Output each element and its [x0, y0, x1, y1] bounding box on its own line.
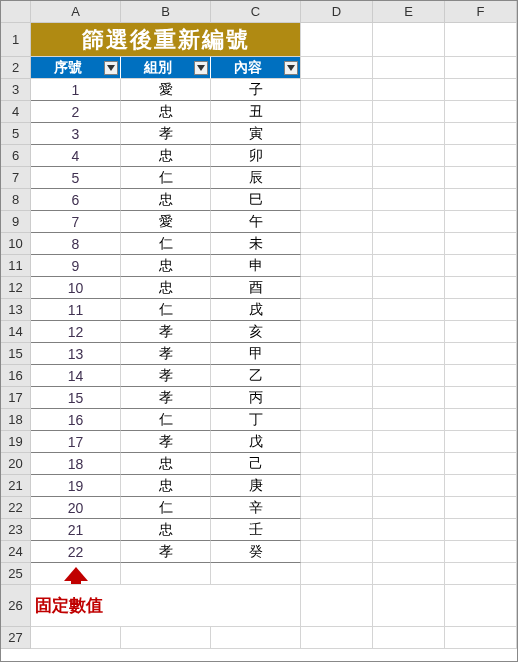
cell-6-A[interactable]: 4 [31, 145, 121, 167]
cell-5-B[interactable]: 孝 [121, 123, 211, 145]
cell-27-F[interactable] [445, 627, 517, 649]
cell-6-D[interactable] [301, 145, 373, 167]
cell-23-F[interactable] [445, 519, 517, 541]
cell-8-B[interactable]: 忠 [121, 189, 211, 211]
cell-12-D[interactable] [301, 277, 373, 299]
row-header-22[interactable]: 22 [1, 497, 31, 519]
cell-17-A[interactable]: 15 [31, 387, 121, 409]
cell-8-C[interactable]: 巳 [211, 189, 301, 211]
cell-11-D[interactable] [301, 255, 373, 277]
cell-7-B[interactable]: 仁 [121, 167, 211, 189]
row-header-18[interactable]: 18 [1, 409, 31, 431]
cell-4-D[interactable] [301, 101, 373, 123]
header-seq[interactable]: 序號 [31, 57, 121, 79]
cell-16-F[interactable] [445, 365, 517, 387]
cell-25-B[interactable] [121, 563, 211, 585]
row-header-13[interactable]: 13 [1, 299, 31, 321]
cell-5-D[interactable] [301, 123, 373, 145]
cell-22-D[interactable] [301, 497, 373, 519]
cell-14-D[interactable] [301, 321, 373, 343]
cell-7-D[interactable] [301, 167, 373, 189]
cell-23-A[interactable]: 21 [31, 519, 121, 541]
cell-9-F[interactable] [445, 211, 517, 233]
cell-17-D[interactable] [301, 387, 373, 409]
row-header-5[interactable]: 5 [1, 123, 31, 145]
cell-17-F[interactable] [445, 387, 517, 409]
row-header-6[interactable]: 6 [1, 145, 31, 167]
cell-25-F[interactable] [445, 563, 517, 585]
cell-5-F[interactable] [445, 123, 517, 145]
cell-20-A[interactable]: 18 [31, 453, 121, 475]
cell-9-B[interactable]: 愛 [121, 211, 211, 233]
cell-9-D[interactable] [301, 211, 373, 233]
row-header-23[interactable]: 23 [1, 519, 31, 541]
cell-4-C[interactable]: 丑 [211, 101, 301, 123]
cell-9-A[interactable]: 7 [31, 211, 121, 233]
cell-22-A[interactable]: 20 [31, 497, 121, 519]
cell-21-B[interactable]: 忠 [121, 475, 211, 497]
cell-10-A[interactable]: 8 [31, 233, 121, 255]
cell-7-F[interactable] [445, 167, 517, 189]
cell-7-A[interactable]: 5 [31, 167, 121, 189]
cell-9-E[interactable] [373, 211, 445, 233]
cell-25-D[interactable] [301, 563, 373, 585]
cell-25-E[interactable] [373, 563, 445, 585]
cell-13-B[interactable]: 仁 [121, 299, 211, 321]
row-header-20[interactable]: 20 [1, 453, 31, 475]
cell-10-B[interactable]: 仁 [121, 233, 211, 255]
cell-3-F[interactable] [445, 79, 517, 101]
cell-6-C[interactable]: 卯 [211, 145, 301, 167]
cell-15-A[interactable]: 13 [31, 343, 121, 365]
cell-5-C[interactable]: 寅 [211, 123, 301, 145]
cell-11-F[interactable] [445, 255, 517, 277]
cell-18-E[interactable] [373, 409, 445, 431]
row-header-4[interactable]: 4 [1, 101, 31, 123]
cell-8-F[interactable] [445, 189, 517, 211]
cell-21-A[interactable]: 19 [31, 475, 121, 497]
cell-7-C[interactable]: 辰 [211, 167, 301, 189]
row-header-17[interactable]: 17 [1, 387, 31, 409]
cell-24-B[interactable]: 孝 [121, 541, 211, 563]
cell-12-E[interactable] [373, 277, 445, 299]
cell-17-C[interactable]: 丙 [211, 387, 301, 409]
cell-25-C[interactable] [211, 563, 301, 585]
cell-10-C[interactable]: 未 [211, 233, 301, 255]
cell-20-C[interactable]: 己 [211, 453, 301, 475]
col-header-E[interactable]: E [373, 1, 445, 23]
cell-24-A[interactable]: 22 [31, 541, 121, 563]
cell-2-E[interactable] [373, 57, 445, 79]
row-header-21[interactable]: 21 [1, 475, 31, 497]
row-header-15[interactable]: 15 [1, 343, 31, 365]
cell-20-F[interactable] [445, 453, 517, 475]
cell-21-E[interactable] [373, 475, 445, 497]
cell-15-E[interactable] [373, 343, 445, 365]
cell-12-F[interactable] [445, 277, 517, 299]
cell-27-A[interactable] [31, 627, 121, 649]
cell-26-D[interactable] [301, 585, 373, 627]
cell-19-E[interactable] [373, 431, 445, 453]
cell-3-C[interactable]: 子 [211, 79, 301, 101]
cell-20-B[interactable]: 忠 [121, 453, 211, 475]
cell-16-A[interactable]: 14 [31, 365, 121, 387]
header-content[interactable]: 內容 [211, 57, 301, 79]
cell-16-E[interactable] [373, 365, 445, 387]
cell-8-E[interactable] [373, 189, 445, 211]
filter-dropdown-icon[interactable] [194, 61, 208, 75]
cell-23-E[interactable] [373, 519, 445, 541]
cell-27-E[interactable] [373, 627, 445, 649]
cell-1-D[interactable] [301, 23, 373, 57]
cell-24-D[interactable] [301, 541, 373, 563]
cell-4-B[interactable]: 忠 [121, 101, 211, 123]
cell-4-F[interactable] [445, 101, 517, 123]
cell-14-B[interactable]: 孝 [121, 321, 211, 343]
row-header-2[interactable]: 2 [1, 57, 31, 79]
cell-26-F[interactable] [445, 585, 517, 627]
cell-27-B[interactable] [121, 627, 211, 649]
cell-6-F[interactable] [445, 145, 517, 167]
select-all-corner[interactable] [1, 1, 31, 23]
cell-17-B[interactable]: 孝 [121, 387, 211, 409]
cell-17-E[interactable] [373, 387, 445, 409]
cell-23-D[interactable] [301, 519, 373, 541]
cell-18-D[interactable] [301, 409, 373, 431]
cell-6-B[interactable]: 忠 [121, 145, 211, 167]
